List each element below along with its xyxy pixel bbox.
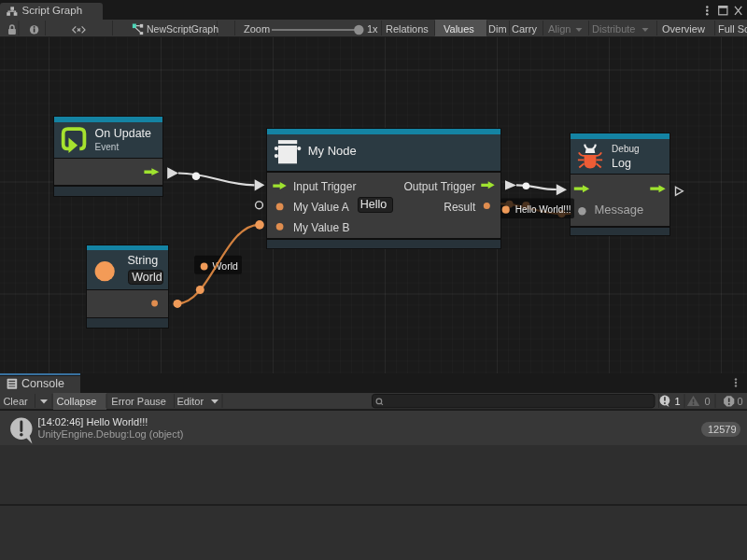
svg-text:Hello World!!!: Hello World!!! (515, 204, 571, 215)
